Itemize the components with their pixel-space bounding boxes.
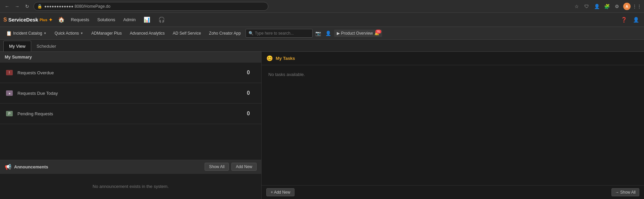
nav-headset[interactable]: 🎧	[155, 15, 168, 24]
announcements-icon: 📢	[5, 164, 11, 170]
svg-text:★: ★	[8, 92, 11, 95]
tab-my-view[interactable]: My View	[3, 41, 31, 51]
admanager-plus-btn[interactable]: ADManager Plus	[88, 29, 125, 37]
requests-overdue-count: 0	[247, 70, 250, 76]
browser-chrome: ← → ↻ 🔒 ●●●●●●●●●●●● 8080/HomePage.do ☆ …	[0, 0, 644, 13]
svg-text:P: P	[8, 112, 11, 116]
my-summary-title: My Summary	[5, 54, 32, 59]
my-summary-header: My Summary	[0, 52, 261, 63]
ad-self-service-btn[interactable]: AD Self Service	[169, 29, 204, 37]
table-row: P Pending Requests 0	[0, 104, 261, 124]
help-icon[interactable]: ❓	[619, 15, 629, 25]
main-content: My Summary ! Requests Overdue 0 ★ Reques…	[0, 52, 644, 199]
advanced-analytics-btn[interactable]: Advanced Analytics	[126, 29, 168, 37]
app-logo: S ServiceDesk Plus ✦	[3, 17, 53, 23]
nav-admin[interactable]: Admin	[120, 16, 139, 24]
tab-scheduler-label: Scheduler	[37, 44, 56, 49]
incident-catalog-label: Incident Catalog	[13, 31, 42, 36]
announcements-section: 📢 Announcements Show All Add New No anno…	[0, 160, 261, 199]
table-row: ★ Requests Due Today 0	[0, 83, 261, 104]
requests-due-today-label: Requests Due Today	[17, 91, 244, 96]
admanager-label: ADManager Plus	[91, 31, 122, 36]
app-name: ServiceDesk	[8, 17, 38, 23]
pending-requests-count: 0	[247, 111, 250, 117]
announcements-show-all-btn[interactable]: Show All	[205, 163, 229, 171]
address-bar[interactable]: 🔒 ●●●●●●●●●●●● 8080/HomePage.do	[34, 2, 268, 11]
tabs-bar: My View Scheduler	[0, 40, 644, 52]
browser-icons: ☆ 🛡 👤 🧩 ⚙ A ⋮⋮	[573, 3, 641, 10]
tasks-icon: 😊	[266, 55, 273, 62]
reload-button[interactable]: ↻	[23, 3, 31, 10]
bookmark-icon[interactable]: ☆	[573, 3, 580, 10]
zoho-creator-btn[interactable]: Zoho Creator App	[206, 29, 244, 37]
right-panel: 😊 My Tasks No tasks available. + Add New…	[262, 52, 644, 199]
home-button[interactable]: 🏠	[57, 15, 66, 25]
tasks-title: My Tasks	[276, 56, 295, 61]
tasks-empty-msg: No tasks available.	[268, 72, 305, 77]
tasks-section: 😊 My Tasks No tasks available. + Add New…	[262, 52, 644, 199]
product-overview-btn[interactable]: ▶ Product Overview 🔔 75	[334, 30, 382, 37]
search-input[interactable]	[255, 31, 305, 36]
tab-scheduler[interactable]: Scheduler	[31, 41, 62, 51]
requests-overdue-icon: !	[5, 68, 14, 77]
user-profile-icon[interactable]: 👤	[631, 15, 641, 25]
pending-requests-label: Pending Requests	[17, 111, 244, 116]
nav-solutions[interactable]: Solutions	[94, 16, 118, 24]
left-panel: My Summary ! Requests Overdue 0 ★ Reques…	[0, 52, 262, 199]
person-toolbar-icon[interactable]: 👤	[324, 29, 333, 38]
forward-button[interactable]: →	[13, 3, 21, 10]
tasks-footer: + Add New → Show All	[262, 185, 644, 199]
announcements-title: Announcements	[14, 164, 202, 169]
add-new-task-btn[interactable]: + Add New	[266, 188, 294, 196]
notification-badge: 🔔 75	[374, 31, 379, 36]
catalog-dropdown-arrow: ▼	[44, 32, 47, 35]
summary-rows: ! Requests Overdue 0 ★ Requests Due Toda…	[0, 63, 261, 160]
zoho-creator-label: Zoho Creator App	[209, 31, 241, 36]
show-all-tasks-btn[interactable]: → Show All	[611, 188, 639, 196]
back-button[interactable]: ←	[3, 3, 11, 10]
incident-catalog-btn[interactable]: 📋 Incident Catalog ▼	[3, 29, 50, 38]
camera-icon[interactable]: 📷	[314, 29, 323, 38]
header-right: ❓ 👤	[619, 15, 641, 25]
puzzle-icon[interactable]: 🧩	[603, 3, 610, 10]
announcements-add-new-btn[interactable]: Add New	[231, 163, 257, 171]
requests-due-today-count: 0	[247, 90, 250, 96]
tab-my-view-label: My View	[9, 44, 25, 49]
search-icon: 🔍	[249, 31, 254, 36]
announcements-empty-msg: No announcement exists in the system.	[93, 184, 169, 189]
apps-icon[interactable]: ⋮⋮	[633, 3, 641, 10]
catalog-icon: 📋	[6, 31, 12, 36]
product-overview-label: Product Overview	[341, 31, 373, 36]
video-icon: ▶	[337, 31, 340, 36]
person-icon[interactable]: 👤	[593, 3, 600, 10]
tasks-body: No tasks available.	[262, 65, 644, 185]
nav-requests[interactable]: Requests	[67, 16, 93, 24]
announcements-body: No announcement exists in the system.	[0, 174, 261, 199]
app-plus: Plus	[40, 18, 47, 22]
extensions-icon[interactable]: ⚙	[613, 3, 621, 10]
toolbar: 📋 Incident Catalog ▼ Quick Actions ▼ ADM…	[0, 27, 644, 40]
tasks-header: 😊 My Tasks	[262, 52, 644, 65]
quick-actions-btn[interactable]: Quick Actions ▼	[51, 29, 87, 37]
shield-icon[interactable]: 🛡	[583, 3, 590, 10]
quick-actions-dropdown-arrow: ▼	[80, 32, 83, 35]
table-row: ! Requests Overdue 0	[0, 63, 261, 83]
requests-due-today-icon: ★	[5, 88, 14, 98]
notification-count: 75	[375, 30, 381, 34]
user-avatar[interactable]: A	[623, 3, 631, 10]
advanced-analytics-label: Advanced Analytics	[130, 31, 165, 36]
logo-icon: S	[3, 17, 7, 23]
svg-text:!: !	[9, 71, 10, 75]
address-text: ●●●●●●●●●●●● 8080/HomePage.do	[44, 4, 110, 9]
requests-overdue-label: Requests Overdue	[17, 70, 244, 75]
app-header: S ServiceDesk Plus ✦ 🏠 Requests Solution…	[0, 13, 644, 27]
logo-badge: ✦	[49, 17, 53, 23]
quick-actions-label: Quick Actions	[55, 31, 79, 36]
ad-self-service-label: AD Self Service	[173, 31, 201, 36]
search-bar[interactable]: 🔍	[246, 29, 313, 38]
announcements-header: 📢 Announcements Show All Add New	[0, 160, 261, 174]
pending-requests-icon: P	[5, 109, 14, 118]
nav-charts[interactable]: 📊	[140, 15, 154, 24]
